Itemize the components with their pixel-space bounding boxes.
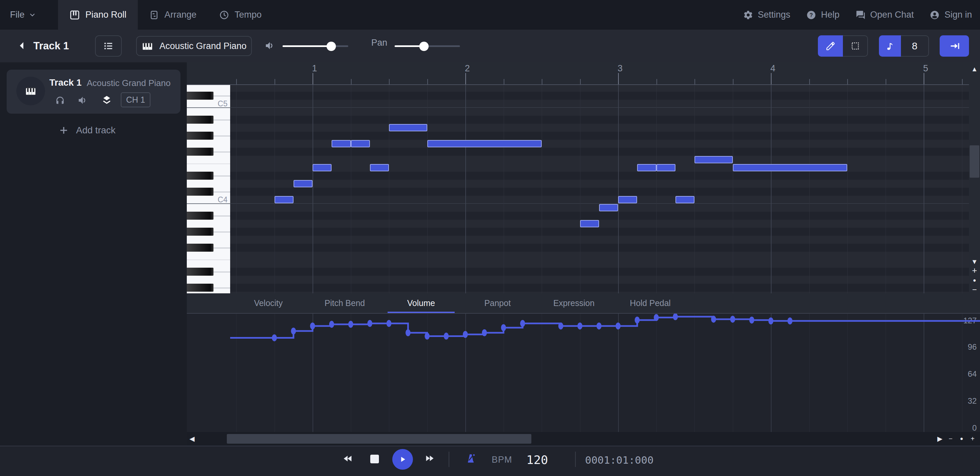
black-key-A#4[interactable] <box>187 116 213 124</box>
volume-event-point[interactable] <box>291 328 296 335</box>
horizontal-scrollbar-thumb[interactable] <box>227 434 531 444</box>
volume-chart[interactable]: 1279664320 <box>187 314 980 432</box>
volume-event-point[interactable] <box>501 324 506 331</box>
volume-event-point[interactable] <box>272 334 277 341</box>
triangle-left-icon[interactable]: ◀ <box>189 435 194 443</box>
black-key-G#3[interactable] <box>187 228 213 236</box>
volume-event-point[interactable] <box>749 317 754 324</box>
black-key-F#4[interactable] <box>187 148 213 155</box>
open-chat-button[interactable]: Open Chat <box>856 10 914 20</box>
black-key-C#5[interactable] <box>187 92 213 100</box>
black-key-C#4[interactable] <box>187 188 213 196</box>
midi-note-A3[interactable] <box>580 220 599 227</box>
triangle-down-icon[interactable]: ▼ <box>969 258 980 265</box>
controller-tab-panpot[interactable]: Panpot <box>459 294 536 313</box>
volume-event-point[interactable] <box>635 317 640 324</box>
volume-event-point[interactable] <box>520 320 525 327</box>
help-button[interactable]: ?Help <box>806 10 840 20</box>
volume-event-point[interactable] <box>387 320 391 327</box>
black-key-D#3[interactable] <box>187 268 213 276</box>
sign-in-button[interactable]: Sign in <box>930 10 972 20</box>
volume-event-point[interactable] <box>654 314 659 321</box>
pan-slider-thumb[interactable] <box>419 42 429 51</box>
volume-event-point[interactable] <box>768 317 773 324</box>
midi-note-E4[interactable] <box>370 164 389 171</box>
plus-icon[interactable]: + <box>969 267 980 274</box>
black-key-G#4[interactable] <box>187 132 213 140</box>
rewind-button[interactable] <box>341 454 354 463</box>
controller-tab-expression[interactable]: Expression <box>536 294 612 313</box>
metronome-icon[interactable] <box>466 452 476 464</box>
eighth-note-icon[interactable] <box>879 35 901 57</box>
controller-tab-hold-pedal[interactable]: Hold Pedal <box>612 294 689 313</box>
dot-icon[interactable]: ● <box>969 277 980 284</box>
volume-event-point[interactable] <box>310 322 315 329</box>
midi-note-C4[interactable] <box>275 196 294 203</box>
headphones-icon[interactable] <box>55 95 65 106</box>
track-list-button[interactable] <box>95 35 122 57</box>
vertical-scrollbar[interactable]: ▲▼+●− <box>969 62 980 294</box>
instrument-button[interactable]: Acoustic Grand Piano <box>136 36 252 56</box>
volume-event-point[interactable] <box>597 322 601 329</box>
back-button[interactable] <box>18 40 27 51</box>
midi-note-D4[interactable] <box>294 180 313 187</box>
volume-event-point[interactable] <box>788 317 792 324</box>
midi-note-B3[interactable] <box>599 204 618 211</box>
settings-button[interactable]: Settings <box>743 10 791 20</box>
volume-event-point[interactable] <box>616 322 621 329</box>
file-menu-button[interactable]: File <box>0 0 46 30</box>
selection-tool-button[interactable] <box>843 35 868 57</box>
black-key-F#3[interactable] <box>187 244 213 252</box>
add-track-button[interactable]: Add track <box>59 123 115 138</box>
horizontal-scrollbar[interactable]: ◀▶−●+ <box>187 432 980 446</box>
volume-event-point[interactable] <box>444 333 449 340</box>
autoscroll-button[interactable] <box>940 35 969 57</box>
volume-event-point[interactable] <box>673 314 678 321</box>
play-button[interactable] <box>392 449 413 470</box>
volume-slider[interactable] <box>283 42 348 51</box>
plus-icon[interactable]: + <box>970 435 975 443</box>
quantize-value-button[interactable]: 8 <box>901 35 929 57</box>
volume-event-point[interactable] <box>367 320 372 327</box>
pan-slider[interactable] <box>395 42 460 51</box>
triangle-right-icon[interactable]: ▶ <box>937 435 942 443</box>
pencil-tool-button[interactable] <box>818 35 843 57</box>
volume-event-point[interactable] <box>482 329 487 336</box>
dot-icon[interactable]: ● <box>960 435 963 443</box>
volume-event-point[interactable] <box>578 322 582 329</box>
controller-tab-velocity[interactable]: Velocity <box>230 294 307 313</box>
tab-arrange[interactable]: Arrange <box>138 0 208 30</box>
midi-note-C4[interactable] <box>618 196 637 203</box>
volume-event-point[interactable] <box>711 316 716 323</box>
layers-icon[interactable] <box>102 94 112 105</box>
black-key-D#4[interactable] <box>187 172 213 180</box>
midi-note-A4[interactable] <box>389 124 427 131</box>
volume-event-point[interactable] <box>329 321 334 328</box>
minus-icon[interactable]: − <box>969 286 980 293</box>
black-key-C#3[interactable] <box>187 284 213 292</box>
volume-event-point[interactable] <box>558 322 563 329</box>
controller-tab-volume[interactable]: Volume <box>383 294 459 313</box>
black-key-A#3[interactable] <box>187 212 213 220</box>
midi-note-G4[interactable] <box>332 140 351 148</box>
note-grid[interactable] <box>230 85 969 294</box>
volume-event-point[interactable] <box>406 329 410 336</box>
volume-automation-line[interactable] <box>230 314 980 432</box>
midi-note-E4[interactable] <box>313 164 332 171</box>
midi-note-E4[interactable] <box>657 164 675 171</box>
triangle-up-icon[interactable]: ▲ <box>969 66 980 72</box>
tab-piano-roll[interactable]: Piano Roll <box>58 0 138 30</box>
volume-event-point[interactable] <box>463 331 468 338</box>
tab-tempo[interactable]: Tempo <box>208 0 273 30</box>
midi-note-G4[interactable] <box>351 140 370 148</box>
stop-button[interactable] <box>370 455 379 463</box>
midi-note-C4[interactable] <box>675 196 694 203</box>
bpm-value[interactable]: 120 <box>527 453 548 466</box>
midi-note-F4[interactable] <box>694 156 733 163</box>
midi-note-E4[interactable] <box>733 164 848 171</box>
midi-note-G4[interactable] <box>427 140 542 148</box>
volume-event-point[interactable] <box>730 316 735 323</box>
track-card[interactable]: Track 1 Acoustic Grand Piano CH 1 <box>7 70 180 114</box>
volume-event-point[interactable] <box>425 333 430 340</box>
volume-event-point[interactable] <box>348 321 353 328</box>
